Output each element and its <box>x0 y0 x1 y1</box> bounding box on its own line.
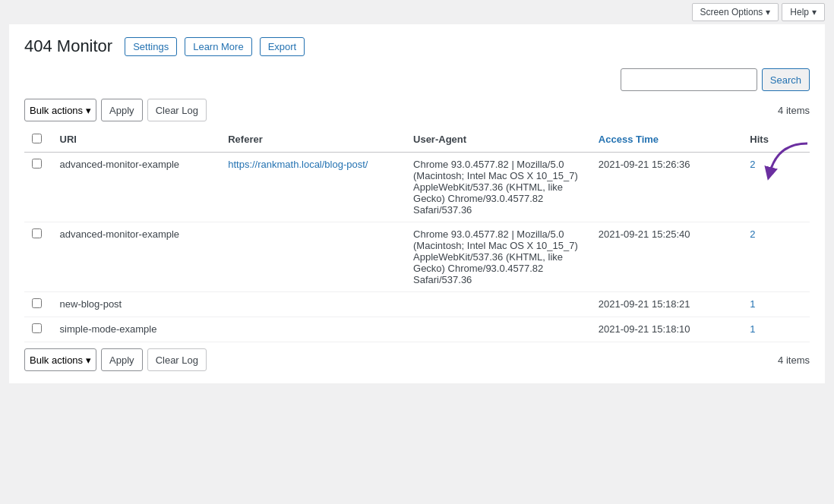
row-checkbox[interactable] <box>32 323 42 333</box>
bulk-actions-select-bottom[interactable]: Bulk actions ▾ <box>24 348 96 371</box>
hits-arrow-container: 2 <box>750 159 755 170</box>
row-useragent <box>406 317 591 342</box>
apply-button-top[interactable]: Apply <box>101 99 143 121</box>
screen-options-button[interactable]: Screen Options ▾ <box>692 3 779 21</box>
row-checkbox-cell <box>24 153 52 222</box>
table-body: advanced-monitor-examplehttps://rankmath… <box>24 153 810 342</box>
bottom-toolbar-left: Bulk actions ▾ Apply Clear Log <box>24 348 207 371</box>
row-uri: advanced-monitor-example <box>52 153 221 222</box>
clear-log-button-top[interactable]: Clear Log <box>147 99 207 121</box>
row-referer <box>220 222 406 292</box>
clear-log-button-bottom[interactable]: Clear Log <box>147 348 207 371</box>
data-table: URI Referer User-Agent Access Time Hits <box>24 128 810 342</box>
row-referer <box>220 317 406 342</box>
top-bar: Screen Options ▾ Help ▾ <box>0 0 834 24</box>
row-hits: 2 <box>742 153 810 222</box>
item-count-bottom: 4 items <box>778 354 810 366</box>
help-label: Help <box>790 7 809 17</box>
hits-link[interactable]: 1 <box>750 298 755 310</box>
col-header-accesstime[interactable]: Access Time <box>591 128 742 153</box>
table-row: new-blog-post2021-09-21 15:18:211 <box>24 292 810 317</box>
row-hits: 1 <box>742 317 810 342</box>
row-uri: advanced-monitor-example <box>52 222 221 292</box>
row-hits: 1 <box>742 292 810 317</box>
row-checkbox-cell <box>24 317 52 342</box>
row-referer <box>220 292 406 317</box>
hits-link[interactable]: 1 <box>750 323 755 335</box>
row-referer: https://rankmath.local/blog-post/ <box>220 153 406 222</box>
export-button[interactable]: Export <box>260 37 305 56</box>
row-accesstime: 2021-09-21 15:26:36 <box>591 153 742 222</box>
bulk-actions-select-top[interactable]: Bulk actions ▾ <box>24 99 96 121</box>
top-toolbar: Bulk actions ▾ Apply Clear Log 4 items <box>24 99 810 121</box>
screen-options-label: Screen Options <box>700 7 763 17</box>
bulk-actions-label-top: Bulk actions <box>30 105 83 116</box>
table-header: URI Referer User-Agent Access Time Hits <box>24 128 810 153</box>
row-uri: simple-mode-example <box>52 317 221 342</box>
col-header-hits: Hits <box>742 128 810 153</box>
apply-button-bottom[interactable]: Apply <box>101 348 143 371</box>
col-header-referer: Referer <box>220 128 406 153</box>
row-accesstime: 2021-09-21 15:25:40 <box>591 222 742 292</box>
help-button[interactable]: Help ▾ <box>782 3 825 21</box>
row-checkbox-cell <box>24 292 52 317</box>
learn-more-button[interactable]: Learn More <box>185 37 251 56</box>
item-count-top: 4 items <box>778 105 810 116</box>
settings-button[interactable]: Settings <box>125 37 177 56</box>
table-row: advanced-monitor-exampleChrome 93.0.4577… <box>24 222 810 292</box>
bulk-actions-arrow-top: ▾ <box>86 105 91 116</box>
bottom-toolbar: Bulk actions ▾ Apply Clear Log 4 items <box>24 348 810 371</box>
table-row: simple-mode-example2021-09-21 15:18:101 <box>24 317 810 342</box>
col-header-useragent: User-Agent <box>406 128 591 153</box>
row-useragent: Chrome 93.0.4577.82 | Mozilla/5.0 (Macin… <box>406 153 591 222</box>
page-title: 404 Monitor <box>24 36 112 56</box>
search-input[interactable] <box>621 68 757 91</box>
row-accesstime: 2021-09-21 15:18:10 <box>591 317 742 342</box>
row-accesstime: 2021-09-21 15:18:21 <box>591 292 742 317</box>
col-header-uri: URI <box>52 128 221 153</box>
search-button[interactable]: Search <box>762 68 810 91</box>
hits-link[interactable]: 2 <box>750 159 755 170</box>
toolbar-left: Bulk actions ▾ Apply Clear Log <box>24 99 207 121</box>
referer-link[interactable]: https://rankmath.local/blog-post/ <box>228 159 368 170</box>
row-uri: new-blog-post <box>52 292 221 317</box>
row-hits: 2 <box>742 222 810 292</box>
bulk-actions-label-bottom: Bulk actions <box>30 354 83 366</box>
bulk-actions-arrow-bottom: ▾ <box>86 354 91 366</box>
search-bar: Search <box>24 68 810 91</box>
row-checkbox[interactable] <box>32 298 42 308</box>
row-checkbox[interactable] <box>32 159 42 169</box>
row-useragent <box>406 292 591 317</box>
help-arrow: ▾ <box>812 7 817 17</box>
row-useragent: Chrome 93.0.4577.82 | Mozilla/5.0 (Macin… <box>406 222 591 292</box>
hits-link[interactable]: 2 <box>750 228 755 240</box>
row-checkbox[interactable] <box>32 228 42 238</box>
select-all-header <box>24 128 52 153</box>
main-content: 404 Monitor Settings Learn More Export S… <box>9 24 825 383</box>
select-all-checkbox[interactable] <box>32 134 42 143</box>
row-checkbox-cell <box>24 222 52 292</box>
screen-options-arrow: ▾ <box>766 7 770 17</box>
page-header: 404 Monitor Settings Learn More Export <box>24 36 810 56</box>
table-row: advanced-monitor-examplehttps://rankmath… <box>24 153 810 222</box>
